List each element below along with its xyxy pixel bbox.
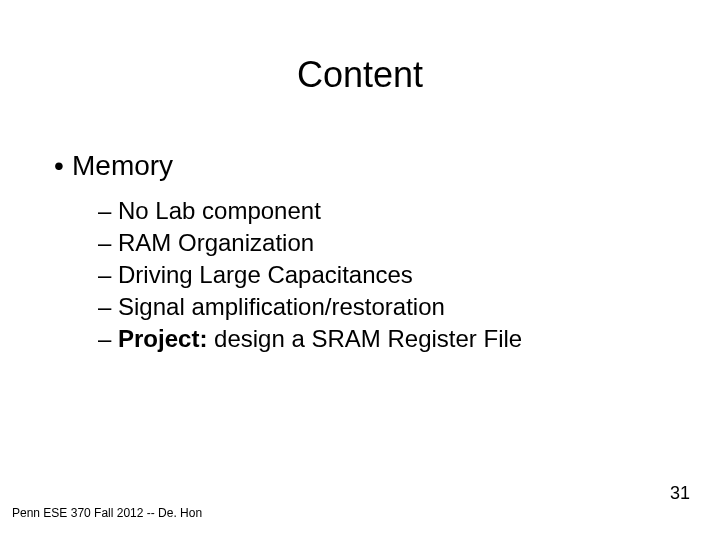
- sub-item-text: Driving Large Capacitances: [118, 261, 413, 288]
- sub-item-text: Signal amplification/restoration: [118, 293, 445, 320]
- sub-bullets: – No Lab component – RAM Organization – …: [54, 196, 666, 354]
- page-number: 31: [670, 483, 690, 504]
- sub-item-text: No Lab component: [118, 197, 321, 224]
- slide-title: Content: [0, 54, 720, 96]
- slide-body: •Memory – No Lab component – RAM Organiz…: [54, 150, 666, 356]
- footer-text: Penn ESE 370 Fall 2012 -- De. Hon: [12, 506, 202, 520]
- sub-item-project: – Project: design a SRAM Register File: [98, 324, 666, 354]
- project-text: design a SRAM Register File: [207, 325, 522, 352]
- bullet-dot: •: [54, 150, 72, 182]
- bullet-text: Memory: [72, 150, 173, 181]
- bullet-level1: •Memory: [54, 150, 666, 182]
- sub-item: – RAM Organization: [98, 228, 666, 258]
- project-label: Project:: [118, 325, 207, 352]
- sub-item: – Signal amplification/restoration: [98, 292, 666, 322]
- sub-item-text: RAM Organization: [118, 229, 314, 256]
- slide: Content •Memory – No Lab component – RAM…: [0, 0, 720, 540]
- sub-item: – Driving Large Capacitances: [98, 260, 666, 290]
- sub-item: – No Lab component: [98, 196, 666, 226]
